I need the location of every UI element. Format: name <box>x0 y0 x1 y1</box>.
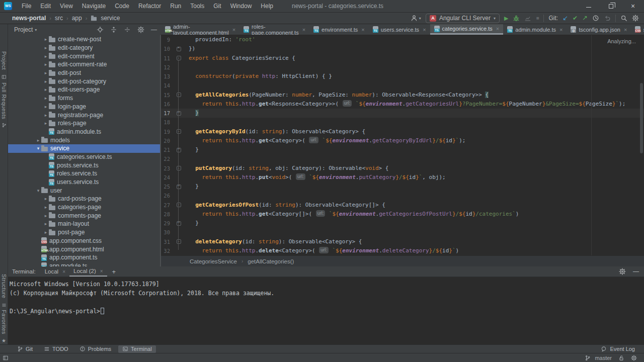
code-line-21[interactable]: 21^ } <box>161 145 644 154</box>
code-line-32[interactable]: 32 return this.http.delete<Category>( ur… <box>161 246 644 255</box>
stop-button[interactable]: ■ <box>536 15 539 21</box>
tree-item-admin.module.ts[interactable]: TSadmin.module.ts <box>8 128 161 136</box>
close-icon[interactable]: × <box>624 27 627 33</box>
code-line-13[interactable]: 13 constructor(private http: HttpClient)… <box>161 72 644 81</box>
code-editor[interactable]: 9 providedIn: 'root'10^})11-export class… <box>161 35 644 255</box>
code-line-19[interactable]: 19- getCategoryById(id: string): Observa… <box>161 127 644 136</box>
fold-collapse-icon[interactable]: - <box>177 239 181 244</box>
tree-item-service[interactable]: ▾service <box>8 144 161 153</box>
editor-scrollbar[interactable] <box>640 83 643 153</box>
terminal-settings-button[interactable] <box>619 268 626 275</box>
line-number[interactable]: 21 <box>161 145 172 154</box>
code-line-30[interactable]: 30 <box>161 228 644 237</box>
chevron-right-icon[interactable]: ▸ <box>43 121 49 126</box>
terminal-tab-Local[interactable]: Local× <box>41 266 69 277</box>
hide-terminal-button[interactable]: — <box>633 268 639 275</box>
menu-edit[interactable]: Edit <box>36 0 55 12</box>
line-number[interactable]: 13 <box>161 72 172 81</box>
fold-end-icon[interactable]: ^ <box>177 47 181 51</box>
menu-help[interactable]: Help <box>256 0 278 12</box>
line-number[interactable]: 10 <box>161 44 172 53</box>
editor-tab-tsconfig.app.json[interactable]: {}tsconfig.app.json× <box>567 24 631 35</box>
menu-git[interactable]: Git <box>209 0 225 12</box>
tree-item-categories-page[interactable]: ▸categories-page <box>8 203 161 212</box>
line-number[interactable]: 31 <box>161 237 172 246</box>
line-number[interactable]: 29 <box>161 219 172 228</box>
tree-item-forms[interactable]: ▸forms <box>8 94 161 103</box>
chevron-down-icon[interactable]: ▾ <box>35 188 41 193</box>
line-number[interactable]: 9 <box>161 35 172 44</box>
new-terminal-button[interactable]: + <box>107 266 121 277</box>
pull-requests-icon[interactable] <box>2 123 7 128</box>
tree-item-edit-category[interactable]: ▸edit-category <box>8 44 161 52</box>
chevron-right-icon[interactable]: ▸ <box>43 221 49 226</box>
close-button[interactable]: × <box>622 0 644 12</box>
tree-item-roles-page[interactable]: ▸roles-page <box>8 119 161 128</box>
git-push-button[interactable]: ↗ <box>582 15 588 21</box>
fold-end-icon[interactable]: ^ <box>177 148 181 152</box>
close-icon[interactable]: × <box>496 26 499 32</box>
chevron-right-icon[interactable]: ▸ <box>43 213 49 218</box>
chevron-right-icon[interactable]: ▸ <box>43 230 49 235</box>
menu-file[interactable]: File <box>17 0 36 12</box>
menu-view[interactable]: View <box>55 0 77 12</box>
lock-icon[interactable] <box>618 355 624 361</box>
git-commit-button[interactable]: ✔ <box>573 15 578 21</box>
code-line-23[interactable]: 23- putCategory(id: string, obj: Categor… <box>161 164 644 173</box>
maximize-button[interactable] <box>600 0 622 12</box>
close-icon[interactable]: × <box>100 268 103 274</box>
tree-item-edit-users-page[interactable]: ▸edit-users-page <box>8 85 161 94</box>
tool-window-switcher-icon[interactable] <box>3 355 9 361</box>
code-line-28[interactable]: 28 return this.http.get<Category[]>( url… <box>161 210 644 219</box>
chevron-right-icon[interactable]: ▸ <box>43 79 49 84</box>
close-icon[interactable]: × <box>559 27 562 33</box>
nav-breadcrumb-app[interactable]: app <box>72 15 82 22</box>
line-number[interactable]: 18 <box>161 118 172 127</box>
close-icon[interactable]: × <box>361 27 364 33</box>
tree-item-posts.service.ts[interactable]: TSposts.service.ts <box>8 161 161 169</box>
breadcrumb-class[interactable]: CategoriesService <box>190 258 237 264</box>
event-log-button[interactable]: Event Log <box>601 346 635 352</box>
chevron-right-icon[interactable]: ▸ <box>43 87 49 92</box>
nav-breadcrumb-src[interactable]: src <box>55 15 63 22</box>
settings-button[interactable] <box>632 15 639 22</box>
menu-run[interactable]: Run <box>166 0 186 12</box>
tree-item-edit-comment-rate[interactable]: ▸edit-comment-rate <box>8 60 161 69</box>
fold-collapse-icon[interactable]: - <box>177 56 181 60</box>
chevron-right-icon[interactable]: ▸ <box>43 96 49 101</box>
code-line-11[interactable]: 11-export class CategoriesService { <box>161 54 644 63</box>
code-line-15[interactable]: 15- getAllCategories(PageNumber: number,… <box>161 90 644 100</box>
fold-collapse-icon[interactable]: - <box>177 203 181 207</box>
chevron-right-icon[interactable]: ▸ <box>43 54 49 59</box>
chevron-right-icon[interactable]: ▸ <box>43 45 49 50</box>
menu-refactor[interactable]: Refactor <box>134 0 166 12</box>
chevron-right-icon[interactable]: ▸ <box>35 138 41 143</box>
stripe-favorites-button[interactable]: Favorites <box>1 310 7 334</box>
collapse-all-button[interactable] <box>124 26 131 33</box>
line-number[interactable]: 24 <box>161 173 172 182</box>
code-line-31[interactable]: 31- deleteCategory(id: string): Observab… <box>161 237 644 246</box>
tree-item-edit-post-category[interactable]: ▸edit-post-category <box>8 77 161 85</box>
editor-tab-users.service.ts[interactable]: TSusers.service.ts× <box>369 24 430 35</box>
fold-end-icon[interactable]: ^ <box>177 221 181 226</box>
code-line-20[interactable]: 20 return this.http.get<Category>( url: … <box>161 136 644 145</box>
chevron-right-icon[interactable]: ▸ <box>43 113 49 118</box>
run-configuration-select[interactable]: A Angular CLI Server ▾ <box>426 14 500 23</box>
chevron-right-icon[interactable]: ▸ <box>43 205 49 210</box>
tree-item-login-page[interactable]: ▸login-page <box>8 103 161 111</box>
project-tool-icon[interactable] <box>2 74 7 79</box>
debug-button[interactable] <box>513 15 520 22</box>
tool-window-button-terminal[interactable]: Terminal <box>118 345 156 353</box>
tree-item-users.service.ts[interactable]: TSusers.service.ts <box>8 178 161 187</box>
code-line-18[interactable]: 18 <box>161 118 644 127</box>
nav-breadcrumb-service[interactable]: service <box>101 15 120 22</box>
tool-window-button-git[interactable]: Git <box>13 345 37 353</box>
tool-window-button-problems[interactable]: Problems <box>75 345 115 353</box>
chevron-right-icon[interactable]: ▸ <box>43 196 49 201</box>
nav-breadcrumb-news-portal[interactable]: news-portal <box>12 15 46 22</box>
close-icon[interactable]: × <box>302 27 305 33</box>
tree-item-registration-page[interactable]: ▸registration-page <box>8 111 161 119</box>
tree-item-user[interactable]: ▾user <box>8 186 161 195</box>
code-line-9[interactable]: 9 providedIn: 'root' <box>161 35 644 44</box>
stripe-structure-button[interactable]: Structure <box>1 274 7 298</box>
